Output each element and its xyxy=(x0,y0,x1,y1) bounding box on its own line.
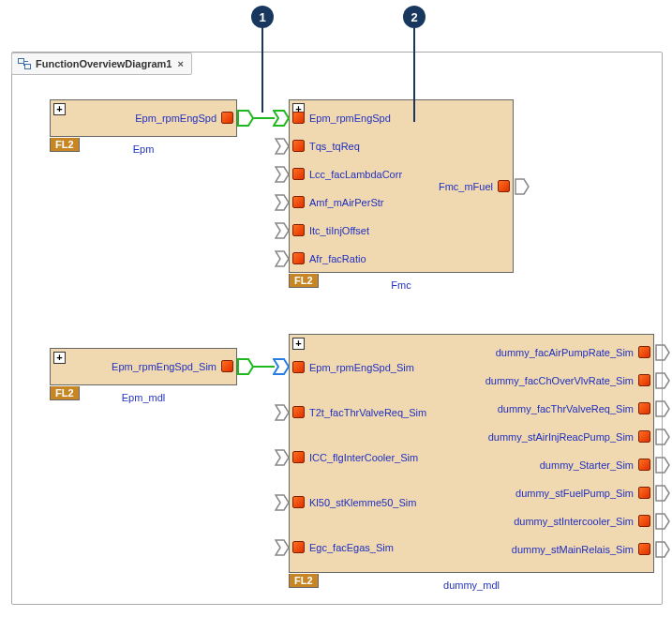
block-tag: FL2 xyxy=(50,138,80,152)
block-epm-mdl[interactable]: + Epm_rpmEngSpd_Sim FL2 Epm_mdl xyxy=(50,348,237,385)
tab-function-overview[interactable]: FunctionOverviewDiagram1 × xyxy=(11,53,192,75)
arrow-out-icon xyxy=(515,178,526,193)
arrow-in-icon xyxy=(275,222,286,237)
port-dummy-in-0[interactable]: Epm_rpmEngSpd_Sim xyxy=(290,361,414,373)
port-square-icon xyxy=(638,430,650,443)
arrow-in-icon xyxy=(273,110,290,127)
port-square-icon xyxy=(292,196,305,208)
port-square-icon xyxy=(292,406,305,418)
port-dummy-out-1[interactable]: dummy_facChOverVlvRate_Sim xyxy=(485,374,653,386)
block-name: Epm xyxy=(133,143,155,155)
port-dummy-in-4[interactable]: Egc_facEgas_Sim xyxy=(290,541,394,553)
canvas: 1 2 FunctionOverviewDiagram1 × + Epm_rpm… xyxy=(0,0,672,617)
port-square-icon xyxy=(638,346,650,358)
port-square-icon xyxy=(292,451,305,463)
port-fmc-in-4[interactable]: Itc_tiInjOffset xyxy=(290,224,369,236)
port-dummy-out-3[interactable]: dummy_stAirInjReacPump_Sim xyxy=(488,430,653,443)
block-dummy-mdl[interactable]: + Epm_rpmEngSpd_Sim T2t_facThrValveReq_S… xyxy=(289,334,654,573)
port-epmmdl-out-0[interactable]: Epm_rpmEngSpd_Sim xyxy=(112,360,236,372)
port-square-icon xyxy=(638,487,650,499)
arrow-out-icon xyxy=(655,344,666,359)
arrow-in-icon xyxy=(275,250,286,265)
port-fmc-in-0[interactable]: Epm_rpmEngSpd xyxy=(290,112,391,124)
arrow-out-icon xyxy=(655,513,666,528)
port-label: dummy_stAirInjReacPump_Sim xyxy=(488,431,634,443)
port-square-icon xyxy=(221,112,233,124)
port-fmc-out-0[interactable]: Fmc_mFuel xyxy=(439,180,513,192)
port-label: Fmc_mFuel xyxy=(439,181,493,192)
tab-title: FunctionOverviewDiagram1 xyxy=(36,58,172,69)
port-label: Egc_facEgas_Sim xyxy=(309,542,394,553)
port-square-icon xyxy=(638,515,650,527)
port-fmc-in-5[interactable]: Afr_facRatio xyxy=(290,252,366,264)
port-square-icon xyxy=(292,112,305,124)
block-name: Epm_mdl xyxy=(122,392,165,403)
arrow-in-icon xyxy=(275,539,286,554)
block-tag: FL2 xyxy=(50,386,80,400)
port-label: dummy_facThrValveReq_Sim xyxy=(498,403,634,414)
port-fmc-in-2[interactable]: Lcc_facLambdaCorr xyxy=(290,168,402,180)
arrow-out-icon xyxy=(237,110,254,127)
port-label: Epm_rpmEngSpd xyxy=(135,113,217,124)
port-square-icon xyxy=(638,543,650,555)
port-epm-rpmengspd-out[interactable]: Epm_rpmEngSpd xyxy=(135,112,236,124)
callout-pin-2: 2 xyxy=(403,6,426,28)
expand-icon[interactable]: + xyxy=(292,338,305,350)
port-dummy-in-2[interactable]: ICC_flgInterCooler_Sim xyxy=(290,451,418,463)
port-dummy-out-5[interactable]: dummy_stFuelPump_Sim xyxy=(515,487,653,499)
arrow-in-icon xyxy=(273,358,290,375)
port-label: Epm_rpmEngSpd_Sim xyxy=(309,362,414,373)
expand-icon[interactable]: + xyxy=(53,352,66,364)
arrow-out-icon xyxy=(655,541,666,556)
port-square-icon xyxy=(292,140,305,152)
port-label: Lcc_facLambdaCorr xyxy=(309,169,402,180)
arrow-out-icon xyxy=(655,372,666,387)
port-label: ICC_flgInterCooler_Sim xyxy=(309,452,418,463)
port-label: dummy_facChOverVlvRate_Sim xyxy=(485,375,634,386)
arrow-out-icon xyxy=(237,358,254,375)
port-label: dummy_stIntercooler_Sim xyxy=(514,516,634,527)
close-icon[interactable]: × xyxy=(178,58,184,69)
port-square-icon xyxy=(221,360,233,372)
port-dummy-in-3[interactable]: Kl50_stKlemme50_Sim xyxy=(290,496,416,508)
tabbar: FunctionOverviewDiagram1 × xyxy=(11,52,192,76)
port-fmc-in-3[interactable]: Amf_mAirPerStr xyxy=(290,196,383,208)
arrow-out-icon xyxy=(655,485,666,500)
callout-line-2 xyxy=(413,28,415,122)
port-dummy-out-6[interactable]: dummy_stIntercooler_Sim xyxy=(514,515,653,527)
port-dummy-out-0[interactable]: dummy_facAirPumpRate_Sim xyxy=(496,346,653,358)
port-label: dummy_stFuelPump_Sim xyxy=(515,488,634,499)
port-dummy-out-2[interactable]: dummy_facThrValveReq_Sim xyxy=(498,402,653,414)
callout-line-1 xyxy=(261,28,263,113)
port-label: Kl50_stKlemme50_Sim xyxy=(309,497,416,508)
port-label: dummy_stMainRelais_Sim xyxy=(512,544,634,555)
port-square-icon xyxy=(638,374,650,386)
wire-epmmdl-dummy xyxy=(252,366,275,368)
port-square-icon xyxy=(498,180,510,192)
port-square-icon xyxy=(292,541,305,553)
port-square-icon xyxy=(292,361,305,373)
port-dummy-out-4[interactable]: dummy_Starter_Sim xyxy=(540,459,653,471)
diagram-icon xyxy=(18,58,31,69)
arrow-in-icon xyxy=(275,194,286,209)
block-fmc[interactable]: + Epm_rpmEngSpd Tqs_tqReq Lcc_facLambdaC… xyxy=(289,99,514,273)
expand-icon[interactable]: + xyxy=(53,103,66,115)
callout-pin-1: 1 xyxy=(251,6,274,28)
port-square-icon xyxy=(292,224,305,236)
port-label: dummy_Starter_Sim xyxy=(540,459,634,471)
arrow-in-icon xyxy=(275,138,286,153)
port-label: T2t_facThrValveReq_Sim xyxy=(309,407,426,418)
port-label: Itc_tiInjOffset xyxy=(309,225,369,236)
wire-epm-fmc xyxy=(252,117,275,119)
port-dummy-in-1[interactable]: T2t_facThrValveReq_Sim xyxy=(290,406,426,418)
block-epm[interactable]: + Epm_rpmEngSpd FL2 Epm xyxy=(50,99,237,137)
block-tag: FL2 xyxy=(289,574,319,588)
port-dummy-out-7[interactable]: dummy_stMainRelais_Sim xyxy=(512,543,653,555)
port-label: Afr_facRatio xyxy=(309,253,366,264)
block-name: dummy_mdl xyxy=(443,579,500,591)
port-fmc-in-1[interactable]: Tqs_tqReq xyxy=(290,140,360,152)
port-square-icon xyxy=(292,252,305,264)
port-square-icon xyxy=(638,402,650,414)
arrow-out-icon xyxy=(655,400,666,415)
port-square-icon xyxy=(638,459,650,471)
